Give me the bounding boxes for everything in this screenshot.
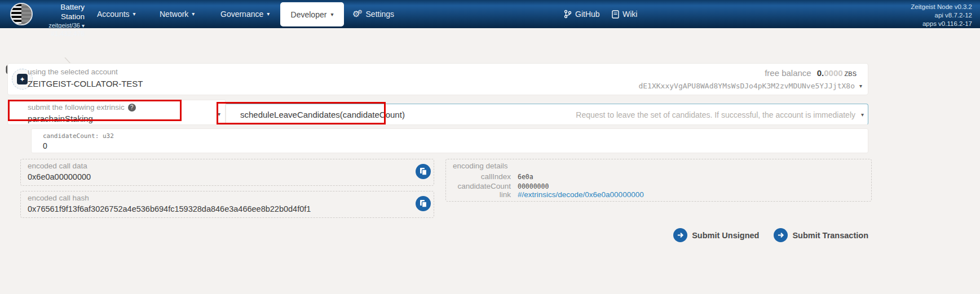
- tab-bar: Extrinsics Submission Decode: [0, 28, 980, 55]
- chevron-down-icon[interactable]: ▾: [859, 83, 862, 89]
- account-select-card[interactable]: ✦ using the selected account ZEITGEIST-C…: [7, 63, 868, 95]
- module-dropdown[interactable]: submit the following extrinsic ? paracha…: [7, 100, 226, 125]
- module-value[interactable]: parachainStaking: [28, 114, 93, 123]
- method-value[interactable]: scheduleLeaveCandidates(candidateCount): [240, 110, 405, 119]
- api-version: api v8.7.2-12: [911, 11, 972, 20]
- encoded-call-hash-value: 0x76561f9f13f6af3026752a4e536b694fc15932…: [28, 204, 311, 213]
- identicon-star-icon: ✦: [17, 74, 28, 84]
- encoding-row-candidatecount: candidateCount 00000000: [453, 182, 549, 190]
- chevron-down-icon[interactable]: ▾: [861, 112, 864, 118]
- copy-icon: [420, 167, 427, 176]
- apps-version: apps v0.116.2-17: [911, 20, 972, 28]
- arrow-circle-right-icon: [774, 228, 788, 242]
- node-name-version: Zeitgeist Node v0.3.2: [911, 3, 972, 11]
- copy-call-data-button[interactable]: [416, 164, 431, 179]
- nav-menu-developer-active[interactable]: Developer▾: [280, 2, 344, 26]
- encoded-call-data-value: 0x6e0a00000000: [28, 172, 91, 181]
- gears-icon: ⚙⚙: [352, 10, 363, 19]
- arrow-circle-right-icon: [673, 228, 687, 242]
- copy-icon: [420, 199, 427, 208]
- app-name: Battery Station: [35, 3, 85, 22]
- submit-unsigned-button[interactable]: Submit Unsigned: [673, 228, 759, 242]
- param-label: candidateCount: u32: [43, 132, 114, 140]
- free-balance-value: 0.0000ZBS: [817, 68, 857, 78]
- chevron-down-icon: ▾: [267, 11, 270, 17]
- method-dropdown[interactable]: scheduleLeaveCandidates(candidateCount) …: [226, 104, 868, 125]
- encoding-row-callindex: callIndex 6e0a: [453, 172, 533, 181]
- help-icon[interactable]: ?: [128, 104, 136, 112]
- encoding-details-box: encoding details callIndex 6e0a candidat…: [445, 159, 872, 202]
- nav-menu-network[interactable]: Network▾: [160, 0, 195, 28]
- chevron-down-icon: ▾: [192, 11, 195, 17]
- extrinsic-label: submit the following extrinsic: [28, 103, 125, 112]
- extrinsics-page: Battery Station zeitgeist/36 ▾ #1,432,47…: [0, 0, 980, 294]
- nav-menu-governance[interactable]: Governance▾: [220, 0, 270, 28]
- nav-menu-accounts[interactable]: Accounts▾: [97, 0, 136, 28]
- submit-transaction-button[interactable]: Submit Transaction: [774, 228, 868, 242]
- account-address: dE1XKxxyVgAPU8WAd8YMsWsDJo4pK3M2zvMDUNve…: [638, 82, 855, 90]
- submit-actions: Submit Unsigned Submit Transaction: [673, 228, 868, 242]
- account-select-label: using the selected account: [28, 68, 118, 76]
- free-balance-label: free balance: [765, 68, 811, 78]
- chevron-down-icon: ▾: [330, 12, 333, 17]
- free-balance: free balance 0.0000ZBS: [765, 68, 857, 78]
- chevron-down-icon[interactable]: ▾: [218, 112, 220, 117]
- zeitgeist-logo-icon[interactable]: [10, 3, 33, 25]
- github-link[interactable]: GitHub: [564, 0, 600, 28]
- book-icon: [612, 10, 619, 19]
- chevron-down-icon: ▾: [133, 11, 136, 17]
- encoding-row-link: link #/extrinsics/decode/0x6e0a00000000: [453, 190, 644, 199]
- encoded-call-hash-box: encoded call hash 0x76561f9f13f6af302675…: [20, 191, 434, 218]
- encoded-call-data-box: encoded call data 0x6e0a00000000: [20, 159, 434, 186]
- encoded-call-hash-label: encoded call hash: [28, 194, 89, 202]
- nav-menu-settings[interactable]: ⚙⚙ Settings: [352, 0, 394, 28]
- node-version-info: Zeitgeist Node v0.3.2 api v8.7.2-12 apps…: [911, 3, 972, 28]
- copy-call-hash-button[interactable]: [416, 196, 431, 211]
- git-branch-icon: [564, 10, 572, 19]
- wiki-link[interactable]: Wiki: [612, 0, 637, 28]
- encoding-details-label: encoding details: [453, 162, 508, 170]
- encoded-call-data-label: encoded call data: [28, 162, 87, 170]
- decode-link[interactable]: #/extrinsics/decode/0x6e0a00000000: [518, 190, 644, 199]
- account-address-row[interactable]: dE1XKxxyVgAPU8WAd8YMsWsDJo4pK3M2zvMDUNve…: [638, 82, 862, 90]
- param-candidatecount-input[interactable]: candidateCount: u32 0: [31, 128, 868, 153]
- method-description: Request to leave the set of candidates. …: [576, 110, 855, 119]
- top-navbar: Battery Station zeitgeist/36 ▾ #1,432,47…: [0, 0, 980, 28]
- param-value[interactable]: 0: [43, 141, 47, 150]
- account-name[interactable]: ZEITGEIST-COLLATOR-TEST: [28, 79, 143, 88]
